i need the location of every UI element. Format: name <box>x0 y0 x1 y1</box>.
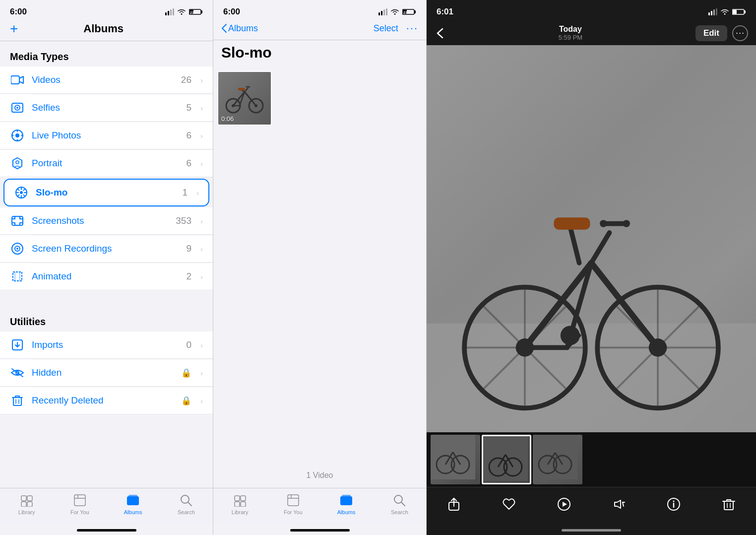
svg-rect-73 <box>241 496 246 501</box>
svg-rect-41 <box>27 496 32 501</box>
screenshots-icon <box>10 213 25 228</box>
list-item-videos[interactable]: Videos 26 › <box>0 67 213 94</box>
photo-viewer-panel: 6:01 Today 5:59 PM Edit ··· <box>427 0 756 535</box>
nav-bar-slo-mo: Albums Select ··· <box>213 20 426 40</box>
list-item-live-photos[interactable]: Live Photos 6 › <box>0 122 213 149</box>
svg-rect-116 <box>554 217 590 229</box>
delete-button[interactable] <box>718 493 740 515</box>
list-item-portrait[interactable]: Portrait 6 › <box>0 150 213 177</box>
svg-point-87 <box>724 13 726 15</box>
svg-rect-141 <box>724 501 733 510</box>
svg-rect-89 <box>733 10 737 14</box>
mute-button[interactable] <box>608 493 630 515</box>
search-tab-label: Search <box>178 509 195 515</box>
tab2-albums[interactable]: Albums <box>320 493 373 515</box>
list-item-screenshots[interactable]: Screenshots 353 › <box>0 207 213 235</box>
bottom-toolbar <box>427 487 756 525</box>
tab-bar-1: Library For You Albums Search <box>0 488 213 525</box>
svg-rect-3 <box>173 8 174 15</box>
nav-bar-viewer: Today 5:59 PM Edit ··· <box>427 20 756 45</box>
portrait-label: Portrait <box>32 158 179 169</box>
selfies-chevron: › <box>200 104 203 112</box>
play-button[interactable] <box>553 493 575 515</box>
albums-tab-label: Albums <box>124 509 142 515</box>
time-3: 6:01 <box>437 7 453 17</box>
imports-count: 0 <box>186 339 191 350</box>
list-item-screen-recordings[interactable]: Screen Recordings 9 › <box>0 235 213 263</box>
recently-deleted-chevron: › <box>200 397 203 405</box>
edit-button[interactable]: Edit <box>695 25 727 41</box>
film-thumb-2[interactable] <box>482 435 531 484</box>
library-tab-icon-2 <box>233 493 247 507</box>
svg-line-82 <box>401 502 405 506</box>
album-title: Slo-mo <box>213 40 426 67</box>
live-photos-count: 6 <box>186 130 191 141</box>
animated-icon <box>10 269 25 284</box>
film-thumb-3[interactable] <box>533 435 582 484</box>
tab2-library[interactable]: Library <box>213 493 266 515</box>
select-button[interactable]: Select <box>374 23 398 34</box>
slo-mo-icon <box>14 185 29 200</box>
live-photos-icon <box>10 128 25 143</box>
list-item-animated[interactable]: Animated 2 › <box>0 263 213 290</box>
svg-point-4 <box>181 13 183 15</box>
search-tab-icon <box>179 493 193 507</box>
albums-tab-label-2: Albums <box>337 509 356 515</box>
tab2-search[interactable]: Search <box>373 493 426 515</box>
svg-point-55 <box>394 13 396 15</box>
selfies-count: 5 <box>186 102 191 113</box>
time-2: 6:00 <box>223 7 240 17</box>
for-you-tab-icon-2 <box>286 493 300 507</box>
list-item-recently-deleted[interactable]: Recently Deleted 🔒 › <box>0 387 213 414</box>
share-button[interactable] <box>443 493 465 515</box>
search-tab-label-2: Search <box>391 509 408 515</box>
svg-line-25 <box>18 190 19 191</box>
back-button-viewer[interactable] <box>435 26 445 41</box>
svg-rect-85 <box>713 9 715 15</box>
slo-mo-panel: 6:00 23 Albums Select ··· Slo-mo <box>213 0 427 535</box>
svg-point-19 <box>16 161 19 164</box>
tab-search[interactable]: Search <box>160 493 213 515</box>
svg-rect-86 <box>716 8 717 15</box>
svg-rect-80 <box>342 495 351 497</box>
recently-deleted-icon <box>10 393 25 408</box>
svg-line-50 <box>188 502 191 506</box>
svg-point-16 <box>17 139 18 141</box>
slo-mo-count: 1 <box>182 187 188 198</box>
back-to-albums-button[interactable]: Albums <box>221 23 258 34</box>
battery-icon: 23 <box>189 8 203 15</box>
portrait-chevron: › <box>200 159 203 168</box>
tab-for-you[interactable]: For You <box>53 493 106 515</box>
slo-mo-chevron: › <box>196 189 199 197</box>
for-you-tab-icon <box>73 493 87 507</box>
svg-line-27 <box>24 190 25 191</box>
home-indicator-1 <box>0 525 213 535</box>
imports-icon <box>10 337 25 352</box>
film-thumb-1[interactable] <box>431 435 480 484</box>
svg-rect-79 <box>340 496 352 505</box>
animated-chevron: › <box>200 272 203 281</box>
hidden-label: Hidden <box>32 367 174 378</box>
list-item-selfies[interactable]: Selfies 5 › <box>0 94 213 122</box>
svg-point-18 <box>21 135 23 136</box>
favorite-button[interactable] <box>498 493 520 515</box>
signal-icon <box>165 8 174 15</box>
svg-rect-40 <box>21 496 26 501</box>
more-button-viewer[interactable]: ··· <box>732 25 748 41</box>
tab2-for-you[interactable]: For You <box>266 493 319 515</box>
svg-rect-0 <box>165 12 167 15</box>
photo-thumb-1[interactable]: 0:06 <box>217 71 272 126</box>
info-button[interactable] <box>663 493 685 515</box>
list-item-slo-mo[interactable]: Slo-mo 1 › <box>4 179 209 206</box>
tab-library[interactable]: Library <box>0 493 53 515</box>
screen-recordings-label: Screen Recordings <box>32 243 179 254</box>
tab-bar-2: Library For You Albums Search <box>213 488 426 525</box>
add-album-button[interactable]: + <box>10 22 18 36</box>
tab-albums[interactable]: Albums <box>107 493 160 515</box>
list-item-hidden[interactable]: Hidden 🔒 › <box>0 359 213 387</box>
battery-icon-3 <box>732 8 746 15</box>
videos-label: Videos <box>32 74 174 85</box>
for-you-tab-label: For You <box>70 509 89 515</box>
more-button[interactable]: ··· <box>406 22 418 35</box>
list-item-imports[interactable]: Imports 0 › <box>0 332 213 359</box>
